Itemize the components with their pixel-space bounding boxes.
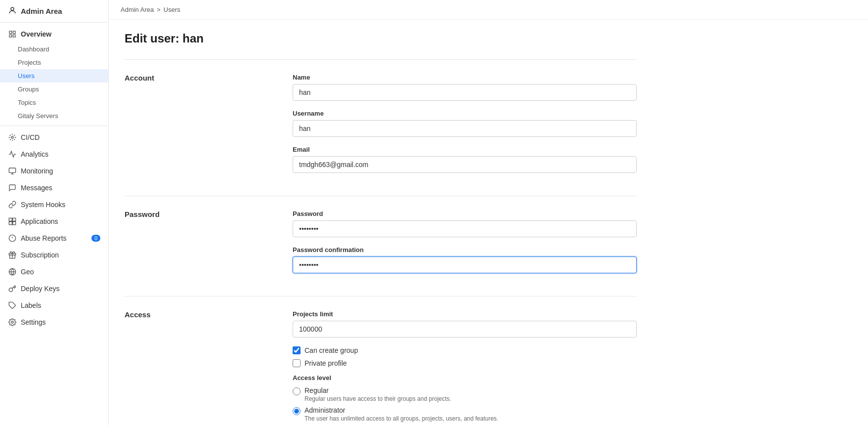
label-icon	[8, 301, 17, 310]
sidebar-item-users[interactable]: Users	[0, 69, 108, 83]
account-section-label: Account	[125, 74, 293, 182]
monitoring-icon	[8, 167, 17, 175]
main-content: Admin Area > Users Edit user: han Accoun…	[109, 0, 868, 425]
sidebar-item-labels[interactable]: Labels	[0, 297, 108, 314]
svg-rect-4	[13, 35, 15, 37]
name-label: Name	[293, 74, 637, 81]
applications-label: Applications	[21, 217, 58, 225]
sidebar-item-subscription[interactable]: Subscription	[0, 247, 108, 263]
sidebar-header: Admin Area	[0, 0, 108, 23]
access-level-title: Access level	[293, 374, 637, 382]
abuse-reports-badge: 0	[91, 235, 100, 242]
sidebar-item-monitoring[interactable]: Monitoring	[0, 163, 108, 179]
analytics-icon	[8, 150, 17, 159]
regular-radio-label: Regular	[304, 386, 451, 394]
can-create-group-checkbox[interactable]	[293, 346, 301, 354]
name-input[interactable]	[293, 84, 637, 101]
account-section: Account Name Username Email	[125, 59, 637, 196]
geo-label: Geo	[21, 268, 34, 276]
password-field-group: Password	[293, 210, 637, 237]
can-create-group-label[interactable]: Can create group	[304, 346, 358, 354]
password-input[interactable]	[293, 220, 637, 237]
hooks-icon	[8, 200, 17, 209]
access-section: Access Projects limit Can create group P…	[125, 296, 637, 425]
breadcrumb-current: Users	[164, 6, 180, 13]
private-profile-checkbox-group: Private profile	[293, 359, 637, 367]
labels-label: Labels	[21, 301, 41, 309]
svg-rect-6	[9, 168, 15, 172]
sidebar-item-analytics[interactable]: Analytics	[0, 146, 108, 163]
overview-icon	[8, 30, 17, 39]
administrator-radio[interactable]	[293, 407, 301, 415]
radio-item-regular: Regular Regular users have access to the…	[293, 386, 637, 402]
email-input[interactable]	[293, 156, 637, 173]
username-label: Username	[293, 110, 637, 117]
projects-limit-field-group: Projects limit	[293, 310, 637, 338]
breadcrumb-parent[interactable]: Admin Area	[121, 6, 154, 13]
sidebar-item-dashboard[interactable]: Dashboard	[0, 42, 108, 56]
svg-rect-3	[9, 35, 12, 37]
abuse-icon	[8, 234, 17, 243]
sidebar-item-topics[interactable]: Topics	[0, 96, 108, 109]
sidebar-item-cicd[interactable]: CI/CD	[0, 129, 108, 146]
svg-rect-12	[13, 222, 16, 225]
sidebar-item-settings[interactable]: Settings	[0, 314, 108, 331]
sidebar-item-groups[interactable]: Groups	[0, 83, 108, 96]
sidebar: Admin Area Overview Dashboard Projects U…	[0, 0, 109, 425]
svg-point-0	[11, 7, 14, 10]
password-confirm-input[interactable]	[293, 256, 637, 273]
private-profile-label[interactable]: Private profile	[304, 359, 347, 367]
administrator-radio-desc: The user has unlimited access to all gro…	[304, 415, 498, 422]
subscription-label: Subscription	[21, 251, 59, 259]
page-title: Edit user: han	[125, 32, 637, 45]
projects-limit-label: Projects limit	[293, 310, 637, 318]
password-confirm-label: Password confirmation	[293, 246, 637, 254]
svg-point-5	[11, 136, 13, 138]
private-profile-checkbox[interactable]	[293, 359, 301, 367]
svg-rect-2	[13, 31, 15, 34]
settings-label: Settings	[21, 318, 46, 326]
password-label: Password	[293, 210, 637, 217]
sidebar-item-abuse-reports[interactable]: Abuse Reports 0	[0, 230, 108, 247]
sidebar-title: Admin Area	[21, 7, 62, 15]
sidebar-item-applications[interactable]: Applications	[0, 213, 108, 230]
can-create-group-checkbox-group: Can create group	[293, 346, 637, 354]
breadcrumb: Admin Area > Users	[109, 0, 868, 20]
svg-rect-1	[9, 31, 12, 34]
password-section-label: Password	[125, 210, 293, 282]
regular-radio[interactable]	[293, 387, 301, 395]
analytics-label: Analytics	[21, 150, 48, 158]
overview-label: Overview	[21, 30, 51, 38]
deploy-keys-label: Deploy Keys	[21, 285, 60, 293]
breadcrumb-separator: >	[157, 6, 161, 13]
sidebar-item-deploy-keys[interactable]: Deploy Keys	[0, 280, 108, 297]
projects-limit-input[interactable]	[293, 321, 637, 338]
sidebar-item-gitaly[interactable]: Gitaly Servers	[0, 109, 108, 123]
sidebar-item-projects[interactable]: Projects	[0, 56, 108, 69]
access-section-label: Access	[125, 310, 293, 425]
abuse-reports-label: Abuse Reports	[21, 234, 67, 242]
sidebar-item-geo[interactable]: Geo	[0, 263, 108, 280]
cicd-label: CI/CD	[21, 133, 40, 141]
messages-icon	[8, 183, 17, 192]
access-level-section: Access level Regular Regular users have …	[293, 374, 637, 422]
subscription-icon	[8, 251, 17, 259]
monitoring-label: Monitoring	[21, 167, 53, 175]
apps-icon	[8, 217, 17, 226]
sidebar-item-messages[interactable]: Messages	[0, 179, 108, 196]
svg-rect-11	[9, 222, 12, 225]
administrator-radio-label: Administrator	[304, 406, 498, 414]
access-fields: Projects limit Can create group Private …	[293, 310, 637, 425]
system-hooks-label: System Hooks	[21, 201, 65, 209]
svg-point-19	[11, 321, 13, 323]
username-field-group: Username	[293, 110, 637, 137]
geo-icon	[8, 267, 17, 276]
svg-rect-10	[13, 218, 16, 221]
radio-item-administrator: Administrator The user has unlimited acc…	[293, 406, 637, 422]
key-icon	[8, 284, 17, 293]
sidebar-item-overview[interactable]: Overview	[0, 26, 108, 42]
username-input[interactable]	[293, 120, 637, 137]
sidebar-item-system-hooks[interactable]: System Hooks	[0, 196, 108, 213]
password-fields: Password Password confirmation	[293, 210, 637, 282]
account-fields: Name Username Email	[293, 74, 637, 182]
